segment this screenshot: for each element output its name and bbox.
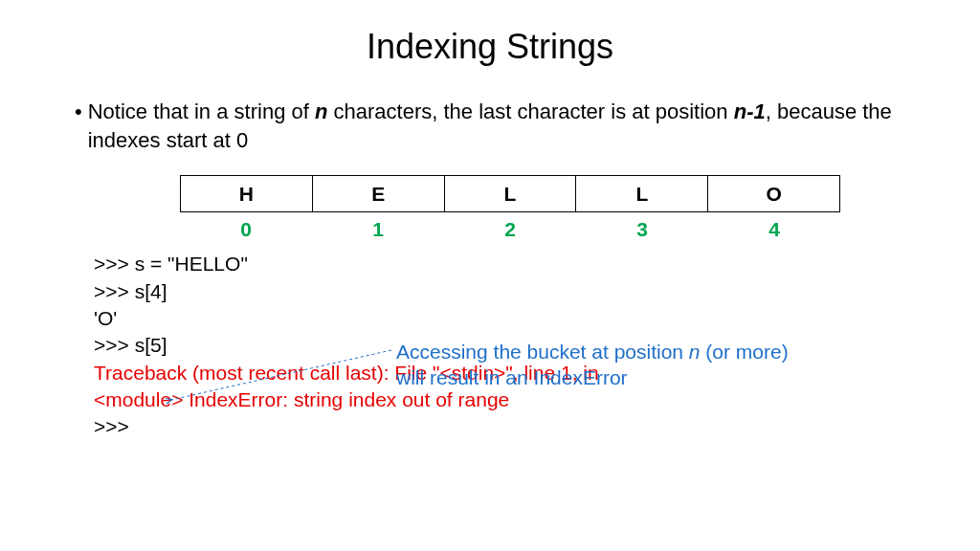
table-cell: L — [576, 176, 708, 212]
table-cell: O — [708, 176, 840, 212]
callout-pre: Accessing the bucket at position — [396, 341, 689, 363]
index-label: 3 — [576, 218, 708, 241]
table-cell: H — [181, 176, 313, 212]
string-table: H E L L O — [180, 175, 840, 212]
index-label: 1 — [312, 218, 444, 241]
index-label: 4 — [708, 218, 840, 241]
table-cell: L — [444, 176, 576, 212]
callout-rest1: (or more) — [701, 341, 789, 363]
callout-n: n — [689, 341, 701, 363]
bullet-text: Notice that in a string of n characters,… — [88, 98, 905, 154]
bullet-n: n — [315, 99, 327, 123]
table-cell: E — [312, 176, 444, 212]
code-line: >>> s[4] — [94, 278, 905, 305]
callout-line2: will result in an IndexError — [396, 366, 628, 388]
bullet-minusone: -1 — [746, 99, 766, 123]
bullet-mid: characters, the last character is at pos… — [327, 99, 733, 123]
index-label: 2 — [444, 218, 576, 241]
bullet-point: • Notice that in a string of n character… — [75, 98, 905, 154]
code-line: >>> s = "HELLO" — [94, 251, 905, 277]
index-row: 0 1 2 3 4 — [180, 218, 840, 241]
slide-title: Indexing Strings — [0, 27, 980, 67]
bullet-nminus: n — [734, 99, 746, 123]
code-line: >>> — [94, 413, 905, 440]
bullet-marker: • — [75, 98, 82, 126]
code-line: 'O' — [94, 305, 905, 332]
callout-note: Accessing the bucket at position n (or m… — [396, 339, 846, 391]
index-label: 0 — [180, 218, 312, 241]
bullet-pre: Notice that in a string of — [88, 99, 315, 123]
string-table-wrap: H E L L O 0 1 2 3 4 — [180, 175, 867, 241]
table-row: H E L L O — [181, 176, 840, 212]
